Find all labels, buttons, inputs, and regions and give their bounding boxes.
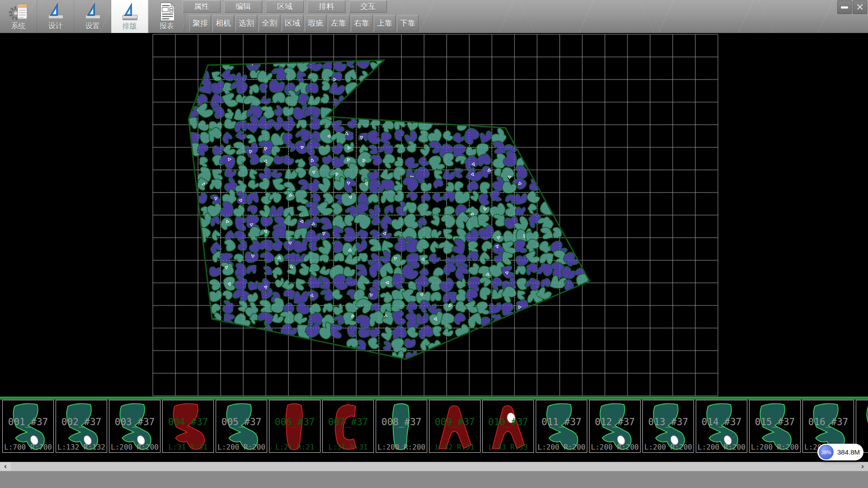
thumbnail-cell-004_#37[interactable]: 004_#37L:31 R:31 xyxy=(162,400,214,453)
thumbnail-cell-010_#37[interactable]: 010_#37L:33 R:33 xyxy=(482,400,534,453)
piece-shape-boot xyxy=(537,401,586,451)
piece-shape-boot xyxy=(590,401,639,451)
tool-align-right[interactable]: 右靠 xyxy=(351,15,373,32)
nesting-canvas[interactable] xyxy=(0,33,868,397)
app-window: 系统设计设置排版报表 属性编辑区域排料交互 聚排相机选割全割区域瑕疵左靠右靠上靠… xyxy=(0,0,868,488)
main-button-report[interactable]: 报表 xyxy=(148,0,185,33)
main-button-label: 报表 xyxy=(160,22,174,30)
piece-shape-boot xyxy=(857,401,868,451)
pieces-strip: 001_#37L:700 R:700002_#37L:132 R:132003_… xyxy=(0,400,868,462)
thumbnail-cell-015_#37[interactable]: 015_#37L:200 R:200 xyxy=(749,400,801,453)
main-button-label: 排版 xyxy=(123,22,137,30)
piece-shape-boot xyxy=(644,401,693,451)
menu-properties[interactable]: 属性 xyxy=(183,0,221,13)
main-button-system[interactable]: 系统 xyxy=(0,0,37,33)
strip-separator xyxy=(0,397,868,400)
piece-shape-boot xyxy=(697,401,746,451)
nested-pieces[interactable] xyxy=(183,52,590,363)
thumbnail-cell-012_#37[interactable]: 012_#37L:200 R:200 xyxy=(589,400,641,453)
status-bar xyxy=(0,471,868,488)
thumbnail-cell-011_#37[interactable]: 011_#37L:200 R:200 xyxy=(536,400,587,453)
main-button-design[interactable]: 设计 xyxy=(37,0,74,33)
thumbnail-cell-006_#37[interactable]: 006_#37L:21 R:21 xyxy=(269,400,321,453)
tool-align-left[interactable]: 左靠 xyxy=(328,15,349,32)
scroll-left-button[interactable]: ‹ xyxy=(0,462,11,471)
window-controls: ✕ xyxy=(836,0,867,14)
minimize-button[interactable] xyxy=(837,0,852,14)
thumbnail-cell-009_#37[interactable]: 009_#37L:32 R:31 xyxy=(429,400,481,453)
progress-percent: 38% xyxy=(821,450,831,455)
piece-shape-boot xyxy=(750,401,799,451)
minimize-icon xyxy=(841,6,848,9)
piece-shape-tall xyxy=(270,401,319,451)
main-button-label: 设置 xyxy=(85,22,100,30)
piece-shape-boot xyxy=(217,401,266,451)
menu-edit[interactable]: 编辑 xyxy=(224,0,262,13)
report-doc-icon xyxy=(156,1,177,22)
tool-defect[interactable]: 瑕疵 xyxy=(305,15,326,32)
close-button[interactable]: ✕ xyxy=(853,0,867,14)
thumbnail-cell-005_#37[interactable]: 005_#37L:200 R:200 xyxy=(216,400,267,453)
piece-shape-cshape xyxy=(324,401,373,451)
nesting-canvas-svg xyxy=(0,33,868,397)
menu-bar: 属性编辑区域排料交互 xyxy=(183,0,391,13)
menu-region[interactable]: 区域 xyxy=(266,0,304,13)
tool-align-bottom[interactable]: 下靠 xyxy=(397,15,419,32)
scroll-right-button[interactable]: › xyxy=(857,462,868,471)
tool-camera[interactable]: 相机 xyxy=(212,15,234,32)
progress-badge: 38% 384.8M xyxy=(817,444,863,460)
horizontal-scrollbar[interactable]: ‹ › xyxy=(0,462,868,471)
piece-shape-boot xyxy=(164,401,212,451)
thumbnail-cell-002_#37[interactable]: 002_#37L:132 R:132 xyxy=(56,400,107,453)
progress-percent-badge: 38% xyxy=(819,445,834,460)
design-ruler-icon xyxy=(45,1,66,22)
main-button-label: 系统 xyxy=(11,22,26,30)
menu-nesting[interactable]: 排料 xyxy=(307,0,345,13)
memory-usage: 384.8M xyxy=(837,448,860,456)
system-gear-icon xyxy=(8,1,29,22)
thumbnail-cell-014_#37[interactable]: 014_#37L:200 R:200 xyxy=(696,400,747,453)
thumbnail-cell-013_#37[interactable]: 013_#37L:200 R:200 xyxy=(642,400,694,453)
piece-shape-boot xyxy=(110,401,159,451)
tool-cut-all[interactable]: 全割 xyxy=(259,15,280,32)
titlebar: 系统设计设置排版报表 属性编辑区域排料交互 聚排相机选割全割区域瑕疵左靠右靠上靠… xyxy=(0,0,868,33)
piece-shape-ashape xyxy=(484,401,533,451)
tool-cluster-nest[interactable]: 聚排 xyxy=(189,15,211,32)
thumbnail-cell-007_#37[interactable]: 007_#37L:31 R:31 xyxy=(322,400,374,453)
thumbnail-cell-003_#37[interactable]: 003_#37L:200 R:200 xyxy=(109,400,160,453)
main-button-label: 设计 xyxy=(48,22,63,30)
thumbnail-cell-001_#37[interactable]: 001_#37L:700 R:700 xyxy=(2,400,54,453)
tool-bar: 聚排相机选割全割区域瑕疵左靠右靠上靠下靠 xyxy=(189,15,420,32)
tool-region[interactable]: 区域 xyxy=(282,15,303,32)
tool-align-top[interactable]: 上靠 xyxy=(374,15,396,32)
thumbnail-cell-008_#37[interactable]: 008_#37L:200 R:200 xyxy=(376,400,427,453)
piece-shape-boot xyxy=(4,401,52,451)
menu-interact[interactable]: 交互 xyxy=(349,0,387,13)
piece-shape-ashape xyxy=(430,401,479,451)
piece-shape-tall xyxy=(377,401,426,451)
main-button-layout[interactable]: 排版 xyxy=(111,0,148,33)
main-button-settings[interactable]: 设置 xyxy=(74,0,111,33)
layout-ruler-icon xyxy=(119,1,140,22)
close-icon: ✕ xyxy=(856,3,864,12)
settings-ruler-icon xyxy=(82,1,103,22)
main-toolbar: 系统设计设置排版报表 xyxy=(0,0,185,33)
piece-shape-boot xyxy=(57,401,106,451)
tool-select-cut[interactable]: 选割 xyxy=(236,15,257,32)
